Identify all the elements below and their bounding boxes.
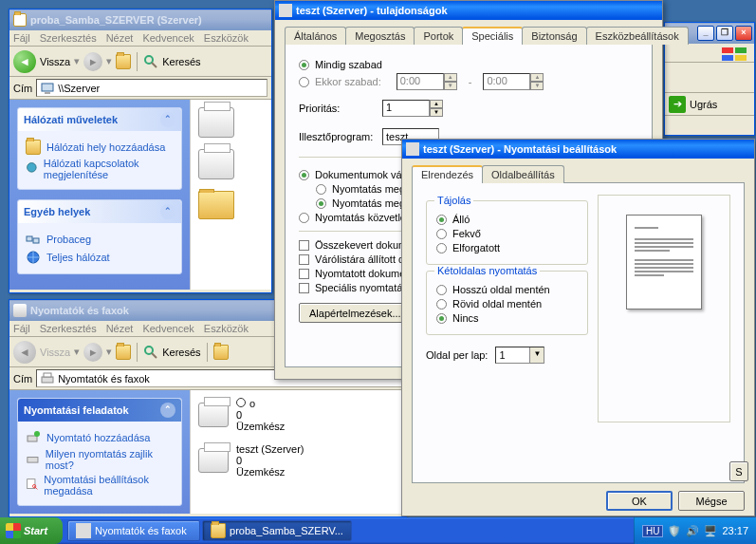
tabstrip[interactable]: Általános Megosztás Portok Speciális Biz… bbox=[285, 26, 653, 45]
back-label: Vissza bbox=[40, 347, 70, 358]
tab-pagesetup[interactable]: Oldalbeállítás bbox=[482, 165, 564, 183]
radio-available-when[interactable]: Ekkor szabad: 0:00▲▼ - 0:00▲▼ bbox=[299, 73, 638, 90]
tray-icon[interactable]: 🖥️ bbox=[704, 525, 717, 537]
tab-layout[interactable]: Elrendezés bbox=[412, 165, 483, 183]
radio-none[interactable]: Nincs bbox=[436, 312, 578, 324]
radio-long-edge[interactable]: Hosszú oldal mentén bbox=[436, 284, 578, 295]
start-button[interactable]: Start bbox=[0, 517, 63, 544]
menu-edit[interactable]: Szerkesztés bbox=[40, 323, 97, 334]
s-button[interactable]: S bbox=[729, 461, 748, 481]
pages-per-sheet-combo[interactable]: 1 ▼ bbox=[495, 347, 544, 364]
page-preview bbox=[626, 215, 702, 310]
close-button[interactable]: × bbox=[735, 26, 752, 41]
address-input[interactable]: \\Szerver bbox=[36, 79, 267, 97]
printer-icon[interactable] bbox=[198, 107, 234, 138]
link-entire-network[interactable]: Teljes hálózat bbox=[26, 250, 174, 265]
priority-value[interactable]: 1 bbox=[382, 100, 430, 117]
task-label: proba_Samba_SZERV... bbox=[230, 525, 343, 536]
menu-tools[interactable]: Eszközök bbox=[204, 32, 249, 44]
link-label: Teljes hálózat bbox=[46, 252, 110, 263]
tab-general[interactable]: Általános bbox=[285, 27, 346, 45]
menubar[interactable]: Fájl Szerkesztés Nézet Kedvencek Eszközö… bbox=[9, 30, 271, 47]
titlebar[interactable]: teszt (Szerver) - tulajdonságok bbox=[275, 1, 662, 20]
other-places-header[interactable]: Egyéb helyek ⌃ bbox=[18, 200, 181, 223]
explorer-window-szerver: proba_Samba_SZERVER (Szerver) Fájl Szerk… bbox=[9, 9, 272, 293]
start-label: Start bbox=[24, 525, 47, 536]
menu-file[interactable]: Fájl bbox=[13, 32, 30, 44]
forward-button: ► bbox=[83, 52, 102, 71]
combo-value: 1 bbox=[496, 349, 529, 361]
go-button[interactable]: ➔ bbox=[669, 96, 686, 113]
print-tasks-header[interactable]: Nyomtatási feladatok ⌃ bbox=[18, 399, 181, 422]
menu-view[interactable]: Nézet bbox=[106, 323, 134, 334]
tray-icon[interactable]: 🛡️ bbox=[668, 525, 681, 537]
minimize-button[interactable]: _ bbox=[697, 26, 714, 41]
address-value: Nyomtatók és faxok bbox=[58, 373, 150, 385]
see-whats-printing[interactable]: Milyen nyomtatás zajlik most? bbox=[26, 448, 174, 471]
radio-always-available[interactable]: Mindig szabad bbox=[299, 59, 638, 70]
up-folder-icon[interactable] bbox=[116, 54, 131, 69]
printer-item[interactable]: o 0 Üzemkész bbox=[198, 398, 398, 432]
printing-preferences[interactable]: Nyomtatási beállítások megadása bbox=[26, 474, 174, 497]
link-label: Hálózati kapcsolatok megjelenítése bbox=[44, 158, 174, 180]
menu-fav[interactable]: Kedvencek bbox=[142, 323, 194, 334]
taskbar-item-printers[interactable]: Nyomtatók és faxok bbox=[67, 520, 200, 541]
chevron-up-icon[interactable]: ⌃ bbox=[160, 403, 175, 418]
tab-advanced[interactable]: Speciális bbox=[462, 27, 523, 45]
menu-fav[interactable]: Kedvencek bbox=[142, 32, 194, 44]
printer-status: Üzemkész bbox=[236, 466, 304, 478]
chevron-down-icon[interactable]: ▼ bbox=[529, 347, 544, 363]
radio-landscape[interactable]: Fekvő bbox=[436, 228, 578, 239]
orientation-group: Tájolás Álló Fekvő Elforgatott bbox=[426, 200, 588, 265]
ok-button[interactable]: OK bbox=[606, 491, 673, 511]
menu-file[interactable]: Fájl bbox=[13, 323, 30, 334]
menu-tools[interactable]: Eszközök bbox=[204, 323, 249, 334]
menu-edit[interactable]: Szerkesztés bbox=[40, 32, 97, 44]
link-probaceg[interactable]: Probaceg bbox=[26, 232, 174, 247]
chevron-up-icon[interactable]: ⌃ bbox=[160, 204, 175, 219]
titlebar[interactable]: proba_Samba_SZERVER (Szerver) bbox=[9, 9, 271, 30]
tab-device[interactable]: Eszközbeállítások bbox=[586, 27, 689, 45]
radio-label: Nyomtatás közvetlen bbox=[315, 212, 412, 223]
folders-icon[interactable] bbox=[213, 345, 229, 360]
address-value: \\Szerver bbox=[58, 83, 100, 94]
folder-icon[interactable] bbox=[198, 191, 234, 219]
radio-rotated[interactable]: Elforgatott bbox=[436, 242, 578, 253]
tray-icon[interactable]: 🔊 bbox=[686, 525, 699, 537]
tab-sharing[interactable]: Megosztás bbox=[345, 27, 415, 45]
time-from: 0:00 bbox=[396, 73, 444, 90]
back-button[interactable]: ◄ bbox=[13, 50, 36, 73]
system-tray[interactable]: HU 🛡️ 🔊 🖥️ 23:17 bbox=[634, 517, 756, 544]
taskbar-item-samba[interactable]: proba_Samba_SZERV... bbox=[202, 520, 352, 541]
menu-view[interactable]: Nézet bbox=[106, 32, 134, 44]
view-network-connections[interactable]: Hálózati kapcsolatok megjelenítése bbox=[26, 158, 174, 180]
cancel-button[interactable]: Mégse bbox=[678, 491, 745, 511]
svg-rect-3 bbox=[735, 55, 747, 61]
search-icon[interactable] bbox=[143, 54, 158, 69]
radio-short-edge[interactable]: Rövid oldal mentén bbox=[436, 298, 578, 310]
defaults-button[interactable]: Alapértelmezések... bbox=[299, 303, 412, 323]
add-network-place[interactable]: Hálózati hely hozzáadása bbox=[26, 140, 174, 155]
titlebar[interactable]: teszt (Szerver) - Nyomtatási beállítások bbox=[402, 140, 754, 159]
tabstrip[interactable]: Elrendezés Oldalbeállítás bbox=[412, 164, 745, 183]
netops-header[interactable]: Hálózati műveletek ⌃ bbox=[18, 108, 181, 131]
tab-security[interactable]: Biztonság bbox=[522, 27, 586, 45]
up-folder-icon[interactable] bbox=[116, 345, 131, 360]
chevron-up-icon[interactable]: ⌃ bbox=[160, 112, 175, 127]
svg-rect-14 bbox=[42, 377, 53, 383]
search-icon[interactable] bbox=[143, 345, 158, 360]
taskbar[interactable]: Start Nyomtatók és faxok proba_Samba_SZE… bbox=[0, 517, 756, 544]
add-printer[interactable]: Nyomtató hozzáadása bbox=[26, 430, 174, 445]
printer-item[interactable]: teszt (Szerver) 0 Üzemkész bbox=[198, 443, 398, 478]
language-indicator[interactable]: HU bbox=[642, 525, 663, 537]
priority-spinner[interactable]: 1▲▼ bbox=[382, 100, 443, 117]
radio-portrait[interactable]: Álló bbox=[436, 214, 578, 225]
restore-button[interactable]: ❐ bbox=[716, 26, 733, 41]
search-label[interactable]: Keresés bbox=[162, 347, 200, 358]
svg-point-8 bbox=[28, 163, 37, 173]
search-label[interactable]: Keresés bbox=[162, 56, 200, 67]
svg-rect-0 bbox=[722, 47, 733, 53]
tab-ports[interactable]: Portok bbox=[414, 27, 463, 45]
clock[interactable]: 23:17 bbox=[722, 525, 748, 536]
printer-icon[interactable] bbox=[198, 149, 234, 179]
